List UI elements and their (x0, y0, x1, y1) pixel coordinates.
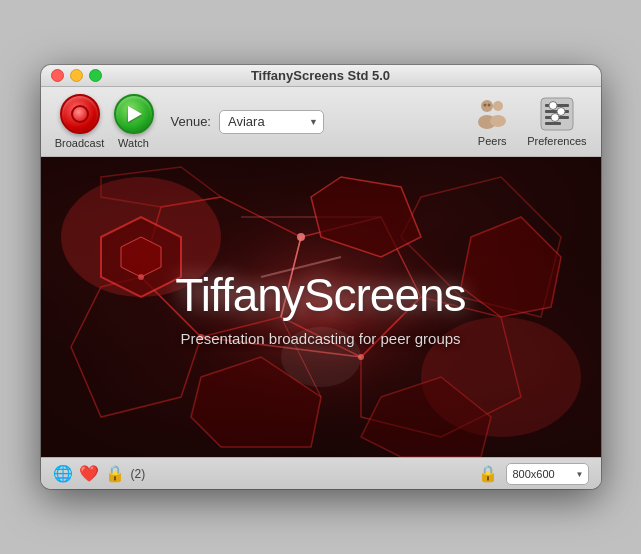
close-button[interactable] (51, 69, 64, 82)
heart-icon: ❤️ (79, 466, 99, 482)
venue-area: Venue: Aviara Other Venue (171, 110, 464, 134)
svg-point-3 (490, 115, 506, 127)
svg-point-2 (493, 101, 503, 111)
globe-icon: 🌐 (53, 466, 73, 482)
right-tools: Peers Preferences (467, 96, 586, 147)
maximize-button[interactable] (89, 69, 102, 82)
broadcast-label: Broadcast (55, 137, 105, 149)
resolution-select-wrapper: 800x600 1024x768 1280x720 1920x1080 (506, 463, 589, 485)
play-triangle-icon (128, 106, 142, 122)
watch-icon (114, 94, 154, 134)
status-right: 🔒 800x600 1024x768 1280x720 1920x1080 (478, 463, 589, 485)
svg-point-4 (484, 104, 487, 107)
svg-point-12 (557, 108, 565, 116)
watch-tool[interactable]: Watch (109, 94, 159, 149)
watch-label: Watch (118, 137, 149, 149)
window-title: TiffanyScreens Std 5.0 (251, 68, 390, 83)
resolution-select[interactable]: 800x600 1024x768 1280x720 1920x1080 (506, 463, 589, 485)
svg-point-5 (488, 104, 491, 107)
app-subtitle: Presentation broadcasting for peer group… (180, 330, 460, 347)
resolution-lock-icon: 🔒 (478, 464, 498, 483)
window-controls (51, 69, 102, 82)
minimize-button[interactable] (70, 69, 83, 82)
preferences-icon (539, 96, 575, 132)
venue-select-wrapper: Aviara Other Venue (219, 110, 324, 134)
broadcast-tool[interactable]: Broadcast (55, 94, 105, 149)
status-bar: 🌐 ❤️ 🔒 (2) 🔒 800x600 1024x768 1280x720 1… (41, 457, 601, 489)
venue-select[interactable]: Aviara Other Venue (219, 110, 324, 134)
svg-point-13 (551, 114, 559, 122)
peers-icon (474, 96, 510, 132)
toolbar: Broadcast Watch Venue: Aviara Other Venu… (41, 87, 601, 157)
svg-point-0 (481, 100, 493, 112)
preferences-label: Preferences (527, 135, 586, 147)
svg-rect-10 (545, 122, 561, 125)
svg-point-11 (549, 102, 557, 110)
lock-status-icon: 🔒 (105, 466, 125, 482)
main-window: TiffanyScreens Std 5.0 Broadcast Watch V… (41, 65, 601, 489)
title-bar: TiffanyScreens Std 5.0 (41, 65, 601, 87)
venue-label: Venue: (171, 114, 212, 129)
peers-label: Peers (478, 135, 507, 147)
status-left: 🌐 ❤️ 🔒 (2) (53, 466, 146, 482)
content-area: TiffanyScreens Presentation broadcasting… (41, 157, 601, 457)
app-title: TiffanyScreens (175, 268, 465, 322)
status-count: (2) (131, 467, 146, 481)
content-text: TiffanyScreens Presentation broadcasting… (41, 157, 601, 457)
broadcast-icon (60, 94, 100, 134)
peers-tool[interactable]: Peers (467, 96, 517, 147)
preferences-tool[interactable]: Preferences (527, 96, 586, 147)
